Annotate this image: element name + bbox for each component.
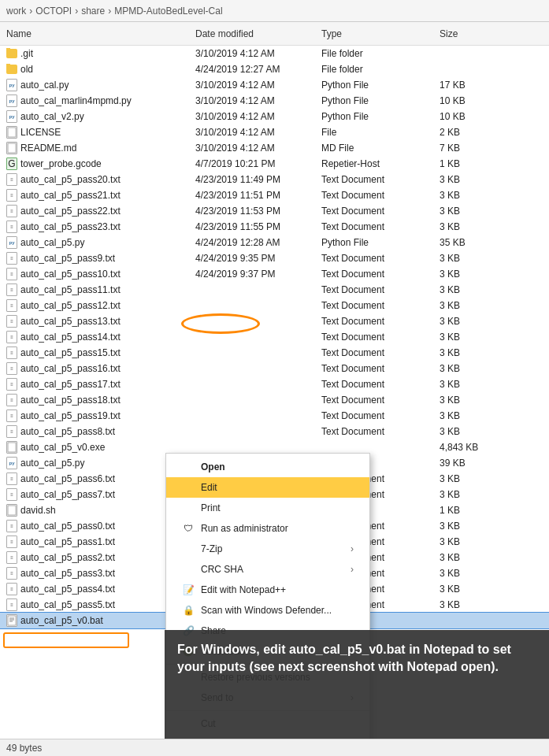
file-name-text: auto_cal_p5_pass19.txt — [20, 410, 121, 421]
file-modified: 3/10/2019 4:12 AM — [195, 48, 321, 59]
table-row[interactable]: ≡ auto_cal_p5_pass17.txt Text Document 3… — [0, 376, 549, 392]
txt-icon: ≡ — [6, 315, 17, 328]
file-type: Text Document — [321, 221, 440, 232]
file-name-text: auto_cal_p5_pass8.txt — [20, 426, 115, 437]
file-modified: 4/23/2019 11:51 PM — [195, 190, 321, 201]
file-size: 3 KB — [440, 300, 503, 311]
table-row[interactable]: py auto_cal.py 3/10/2019 4:12 AM Python … — [0, 77, 549, 93]
table-row[interactable]: ≡ auto_cal_p5_pass20.txt 4/23/2019 11:49… — [0, 172, 549, 187]
file-size: 17 KB — [440, 80, 503, 91]
file-type: Text Document — [321, 253, 440, 264]
context-menu-item[interactable]: 📝Edit with Notepad++ — [166, 580, 369, 600]
table-row[interactable]: py auto_cal_v2.py 3/10/2019 4:12 AM Pyth… — [0, 109, 549, 124]
txt-icon: ≡ — [6, 299, 17, 312]
file-type: Text Document — [321, 316, 440, 327]
file-size: 3 KB — [440, 584, 503, 595]
file-type: Text Document — [321, 363, 440, 374]
context-menu-item[interactable]: Print — [166, 498, 369, 518]
table-row[interactable]: ≡ auto_cal_p5_pass22.txt 4/23/2019 11:53… — [0, 203, 549, 219]
column-headers: Name Date modified Type Size — [0, 22, 549, 46]
file-size: 3 KB — [440, 347, 503, 358]
file-name-text: auto_cal_p5_pass17.txt — [20, 379, 121, 390]
file-name: README.md — [6, 142, 195, 154]
file-name: ≡ auto_cal_p5_pass22.txt — [6, 205, 195, 217]
file-name-text: auto_cal_p5_pass14.txt — [20, 332, 121, 343]
file-name: ≡ auto_cal_p5_pass19.txt — [6, 410, 195, 422]
file-name: ≡ auto_cal_p5_pass15.txt — [6, 346, 195, 359]
ctx-item-label: 7-Zip — [201, 543, 222, 554]
svg-rect-1 — [8, 143, 16, 153]
context-menu-item[interactable]: 🛡Run as administrator — [166, 518, 369, 539]
table-row[interactable]: ≡ auto_cal_p5_pass9.txt 4/24/2019 9:35 P… — [0, 250, 549, 266]
file-size: 2 KB — [440, 127, 503, 138]
table-row[interactable]: py auto_cal_marlin4mpmd.py 3/10/2019 4:1… — [0, 93, 549, 109]
file-modified: 4/24/2019 9:37 PM — [195, 269, 321, 280]
table-row[interactable]: ≡ auto_cal_p5_pass14.txt Text Document 3… — [0, 329, 549, 345]
file-size: 1 KB — [440, 505, 503, 516]
file-name-text: auto_cal_p5_pass10.txt — [20, 269, 121, 280]
table-row[interactable]: LICENSE 3/10/2019 4:12 AM File 2 KB — [0, 124, 549, 140]
txt-icon: ≡ — [6, 536, 17, 548]
file-type: MD File — [321, 143, 440, 154]
file-name: ≡ auto_cal_p5_pass12.txt — [6, 299, 195, 312]
context-menu-item[interactable]: CRC SHA› — [166, 559, 369, 580]
table-row[interactable]: ≡ auto_cal_p5_pass10.txt 4/24/2019 9:37 … — [0, 266, 549, 282]
file-name-text: tower_probe.gcode — [20, 158, 102, 169]
defender-icon: 🔒 — [182, 604, 195, 617]
table-row[interactable]: ≡ auto_cal_p5_pass16.txt Text Document 3… — [0, 361, 549, 376]
python-icon: py — [6, 110, 17, 123]
txt-icon: ≡ — [6, 551, 17, 564]
svg-rect-0 — [8, 128, 16, 137]
col-size[interactable]: Size — [440, 28, 503, 39]
context-menu-item[interactable]: Open — [166, 457, 369, 477]
ctx-item-label: Run as administrator — [201, 523, 288, 534]
file-type: Python File — [321, 95, 440, 106]
table-row[interactable]: old 4/24/2019 12:27 AM File folder — [0, 61, 549, 77]
file-modified: 4/24/2019 9:35 PM — [195, 253, 321, 264]
ctx-item-label: Edit with Notepad++ — [201, 584, 286, 595]
empty-icon — [182, 461, 195, 473]
col-modified[interactable]: Date modified — [195, 28, 321, 39]
table-row[interactable]: ≡ auto_cal_p5_pass13.txt Text Document 3… — [0, 313, 549, 329]
table-row[interactable]: ≡ auto_cal_p5_pass23.txt 4/23/2019 11:55… — [0, 219, 549, 235]
file-type: Text Document — [321, 379, 440, 390]
svg-rect-2 — [8, 443, 16, 452]
shield-icon: 🛡 — [182, 522, 195, 535]
context-menu-item[interactable]: 🔒Scan with Windows Defender... — [166, 600, 369, 621]
callout-box: For Windows, edit auto_cal_p5_v0.bat in … — [165, 630, 549, 756]
table-row[interactable]: ≡ auto_cal_p5_pass12.txt Text Document 3… — [0, 298, 549, 313]
file-type: Repetier-Host — [321, 158, 440, 169]
txt-icon: ≡ — [6, 598, 17, 611]
status-text: 49 bytes — [6, 743, 42, 754]
python-icon: py — [6, 79, 17, 91]
table-row[interactable]: G tower_probe.gcode 4/7/2019 10:21 PM Re… — [0, 156, 549, 172]
col-type[interactable]: Type — [321, 28, 440, 39]
svg-rect-4 — [8, 616, 16, 625]
file-name: ≡ auto_cal_p5_pass10.txt — [6, 268, 195, 280]
file-type: Text Document — [321, 300, 440, 311]
context-menu-item[interactable]: Edit — [166, 477, 369, 498]
table-row[interactable]: ≡ auto_cal_p5_pass8.txt Text Document 3 … — [0, 424, 549, 439]
table-row[interactable]: ≡ auto_cal_p5_pass11.txt Text Document 3… — [0, 282, 549, 298]
file-name-text: auto_cal_p5.py — [20, 458, 84, 469]
txt-icon: ≡ — [6, 583, 17, 595]
col-name[interactable]: Name — [6, 28, 195, 39]
table-row[interactable]: README.md 3/10/2019 4:12 AM MD File 7 KB — [0, 140, 549, 156]
file-name-text: auto_cal_p5_pass21.txt — [20, 190, 121, 201]
table-row[interactable]: ≡ auto_cal_p5_pass19.txt Text Document 3… — [0, 408, 549, 424]
file-modified: 4/7/2019 10:21 PM — [195, 158, 321, 169]
table-row[interactable]: ≡ auto_cal_p5_pass18.txt Text Document 3… — [0, 392, 549, 408]
file-name-text: auto_cal_p5_pass15.txt — [20, 347, 121, 358]
table-row[interactable]: ≡ auto_cal_p5_pass15.txt Text Document 3… — [0, 345, 549, 361]
file-name-text: auto_cal_p5_pass5.txt — [20, 599, 115, 610]
txt-icon: ≡ — [6, 284, 17, 296]
file-size: 3 KB — [440, 269, 503, 280]
file-name-text: auto_cal_marlin4mpmd.py — [20, 95, 132, 106]
context-menu-item[interactable]: 7-Zip› — [166, 539, 369, 559]
file-size: 3 KB — [440, 489, 503, 500]
table-row[interactable]: ≡ auto_cal_p5_pass21.txt 4/23/2019 11:51… — [0, 187, 549, 203]
file-name: ≡ auto_cal_p5_pass16.txt — [6, 362, 195, 375]
file-name-text: auto_cal_p5_pass11.txt — [20, 284, 121, 295]
table-row[interactable]: py auto_cal_p5.py 4/24/2019 12:28 AM Pyt… — [0, 235, 549, 250]
table-row[interactable]: .git 3/10/2019 4:12 AM File folder — [0, 46, 549, 61]
